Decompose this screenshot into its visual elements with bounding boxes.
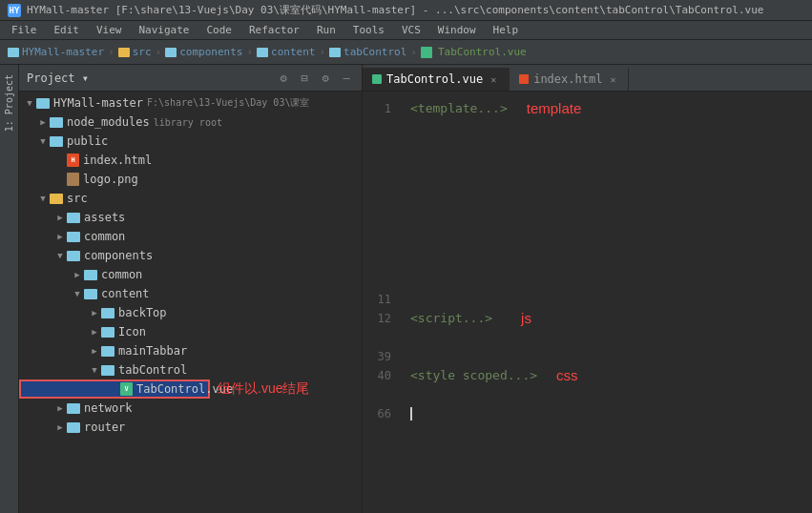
annotation-css: css bbox=[556, 366, 578, 385]
root-folder-icon bbox=[36, 98, 50, 109]
tabcontrol-folder-icon bbox=[329, 48, 341, 57]
menu-code[interactable]: Code bbox=[198, 23, 239, 37]
folder-icon bbox=[101, 308, 115, 318]
spacer-lines bbox=[410, 118, 801, 290]
project-strip-tab[interactable]: 1: Project bbox=[2, 69, 16, 137]
tree-item-content[interactable]: content bbox=[19, 284, 362, 303]
expand-arrow bbox=[71, 287, 84, 300]
annotation-js: js bbox=[521, 309, 531, 328]
tree-item-hymall[interactable]: HYMall-master F:\share\13-Vuejs\Day 03\课… bbox=[19, 93, 362, 113]
tabcontrol-vue-row: V TabControl.vue 组件以.vue结尾 bbox=[19, 380, 362, 399]
tree-item-public[interactable]: public bbox=[19, 132, 362, 151]
spacer2 bbox=[410, 385, 801, 404]
tree-item-logo-png[interactable]: logo.png bbox=[19, 170, 362, 189]
tree-label: router bbox=[84, 421, 125, 434]
menu-refactor[interactable]: Refactor bbox=[241, 23, 307, 37]
folder-icon bbox=[84, 270, 97, 280]
menu-help[interactable]: Help bbox=[486, 23, 527, 37]
menu-run[interactable]: Run bbox=[309, 23, 344, 37]
tab-tabcontrol[interactable]: TabControl.vue ✕ bbox=[363, 68, 510, 91]
breadcrumb-file[interactable]: TabControl.vue bbox=[421, 46, 527, 58]
breadcrumb-tabcontrol[interactable]: tabControl bbox=[329, 46, 406, 58]
tree-item-backtop[interactable]: backTop bbox=[19, 303, 362, 322]
components-folder-icon bbox=[165, 48, 177, 57]
tree-label: assets bbox=[84, 211, 125, 224]
tree-label: network bbox=[84, 401, 133, 415]
tree-item-maintabbar[interactable]: mainTabbar bbox=[19, 341, 362, 360]
tree-item-router[interactable]: router bbox=[19, 418, 362, 437]
tree-item-src[interactable]: src bbox=[19, 189, 362, 208]
menu-bar: File Edit View Navigate Code Refactor Ru… bbox=[0, 21, 812, 40]
folder-icon bbox=[50, 117, 63, 128]
folder-icon bbox=[101, 346, 115, 357]
folder-icon bbox=[67, 251, 80, 261]
tree-label: common bbox=[101, 268, 142, 281]
tab-close-indexhtml[interactable]: ✕ bbox=[607, 73, 618, 85]
expand-arrow bbox=[36, 192, 50, 205]
editor-panel: TabControl.vue ✕ index.html ✕ 1 11 12 39… bbox=[363, 65, 812, 513]
tree-item-node-modules[interactable]: node_modules library root bbox=[19, 113, 362, 132]
menu-file[interactable]: File bbox=[4, 23, 45, 37]
app-icon: HY bbox=[8, 4, 21, 17]
annotation-vue-suffix: 组件以.vue结尾 bbox=[218, 380, 309, 398]
menu-edit[interactable]: Edit bbox=[47, 23, 88, 37]
tree-item-network[interactable]: network bbox=[19, 399, 362, 418]
tree-item-components[interactable]: components bbox=[19, 246, 362, 265]
tree-label: node_modules bbox=[67, 115, 150, 129]
code-content: <template...> template <script...> js bbox=[399, 92, 812, 513]
tree-item-components-common[interactable]: common bbox=[19, 265, 362, 284]
tree-item-icon[interactable]: Icon bbox=[19, 322, 362, 341]
tree-item-index-html[interactable]: H index.html bbox=[19, 151, 362, 170]
line-numbers: 1 11 12 39 40 66 bbox=[363, 92, 399, 513]
tree-path: F:\share\13-Vuejs\Day 03\课室 bbox=[147, 96, 310, 110]
folder-icon bbox=[67, 403, 80, 414]
vue-file-icon: V bbox=[120, 382, 133, 396]
code-line-1: <template...> template bbox=[410, 99, 801, 118]
breadcrumb-src[interactable]: src bbox=[118, 46, 152, 58]
expand-arrow bbox=[53, 421, 67, 434]
menu-view[interactable]: View bbox=[89, 23, 130, 37]
html-file-icon: H bbox=[67, 154, 79, 167]
text-cursor bbox=[410, 407, 412, 421]
code-line-66 bbox=[410, 404, 801, 423]
breadcrumb-hymall[interactable]: HYMall-master bbox=[8, 46, 104, 58]
tree-label: common bbox=[84, 230, 125, 243]
file-tree[interactable]: HYMall-master F:\share\13-Vuejs\Day 03\课… bbox=[19, 92, 362, 513]
tree-label: mainTabbar bbox=[118, 344, 187, 358]
menu-navigate[interactable]: Navigate bbox=[132, 23, 198, 37]
folder-icon bbox=[101, 365, 115, 376]
tab-close-tabcontrol[interactable]: ✕ bbox=[488, 73, 499, 85]
minimize-icon[interactable]: — bbox=[339, 71, 354, 86]
spacer bbox=[410, 328, 801, 347]
tree-item-tabcontrol-vue[interactable]: V TabControl.vue bbox=[19, 380, 210, 399]
tree-label: index.html bbox=[83, 154, 152, 167]
tree-item-assets[interactable]: assets bbox=[19, 208, 362, 227]
menu-window[interactable]: Window bbox=[430, 23, 484, 37]
expand-arrow bbox=[36, 115, 50, 129]
layout-icon[interactable]: ⊟ bbox=[297, 71, 312, 86]
src-folder-icon bbox=[118, 48, 130, 57]
tree-label: components bbox=[84, 249, 153, 262]
code-editor[interactable]: 1 11 12 39 40 66 <template...> template bbox=[363, 92, 812, 513]
code-tag-script: <script...> bbox=[410, 309, 492, 328]
gear-icon[interactable]: ⚙ bbox=[318, 71, 333, 86]
code-line-40: <style scoped...> css bbox=[410, 366, 801, 385]
folder-icon bbox=[101, 327, 115, 338]
png-file-icon bbox=[67, 173, 79, 186]
tree-label: HYMall-master bbox=[53, 96, 143, 110]
content-folder-icon bbox=[257, 48, 268, 57]
tree-label: public bbox=[67, 134, 108, 148]
tab-indexhtml[interactable]: index.html ✕ bbox=[510, 68, 629, 91]
breadcrumb-content[interactable]: content bbox=[257, 46, 315, 58]
panel-title: Project ▾ bbox=[27, 72, 270, 85]
folder-icon bbox=[50, 136, 63, 147]
menu-vcs[interactable]: VCS bbox=[394, 23, 428, 37]
folder-icon bbox=[67, 232, 80, 242]
tree-item-common[interactable]: common bbox=[19, 227, 362, 246]
tree-item-tabcontrol-folder[interactable]: tabControl bbox=[19, 360, 362, 380]
breadcrumb-components[interactable]: components bbox=[165, 46, 242, 58]
settings-icon[interactable]: ⚙ bbox=[276, 71, 291, 86]
expand-arrow bbox=[88, 363, 101, 377]
menu-tools[interactable]: Tools bbox=[345, 23, 392, 37]
tree-extra: library root bbox=[154, 117, 222, 128]
